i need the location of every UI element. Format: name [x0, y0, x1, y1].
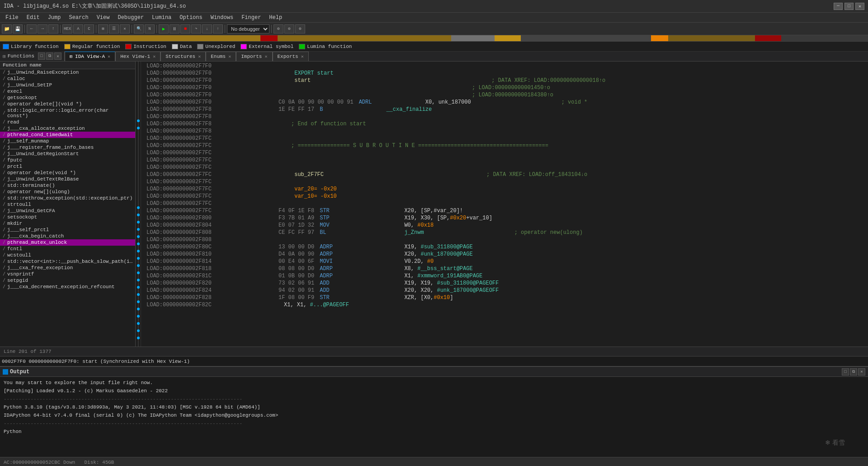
list-item[interactable]: / mkdir — [0, 220, 135, 227]
maximize-button[interactable]: □ — [844, 3, 854, 10]
ida-code-line: LOAD:00000000002F7FC F4 0F 1E F8 STR X20… — [145, 207, 864, 214]
tb-up[interactable]: ↑ — [48, 24, 58, 33]
list-item[interactable]: / prctl — [0, 163, 135, 170]
list-item[interactable]: / j___cxa_begin_catch — [0, 233, 135, 239]
ida-code-line: LOAD:00000000002F808 — [145, 236, 864, 243]
list-item[interactable]: / std::logic_error::logic_error(char con… — [0, 107, 135, 119]
tb-graph[interactable]: ⊞ — [98, 24, 108, 33]
tb-settings1[interactable]: ⚙ — [274, 24, 283, 33]
list-item[interactable]: / j___self_prctl — [0, 227, 135, 233]
list-item[interactable]: / operator delete[](void *) — [0, 101, 135, 107]
output-btn1[interactable]: □ — [842, 368, 849, 376]
list-item[interactable]: / j__Unwind_GetRegionStart — [0, 151, 135, 157]
list-item[interactable]: / operator new[](ulong) — [0, 189, 135, 195]
menu-edit[interactable]: Edit — [23, 14, 43, 22]
output-btn3[interactable]: ✕ — [858, 368, 865, 376]
menu-debugger[interactable]: Debugger — [114, 14, 147, 22]
tab-enums-close[interactable]: ✕ — [228, 54, 231, 59]
list-item[interactable]: / read — [0, 119, 135, 125]
debugger-select[interactable]: No debugger — [227, 24, 269, 33]
menu-view[interactable]: View — [93, 14, 113, 22]
list-item[interactable]: / j___cxa_decrement_exception_refcount — [0, 284, 135, 290]
tb-step-into[interactable]: ↓ — [202, 24, 212, 33]
navigation-bar[interactable] — [0, 35, 868, 42]
output-btn2[interactable]: ⧉ — [850, 368, 857, 376]
tab-enums[interactable]: Enums ✕ — [206, 52, 236, 61]
list-item[interactable]: / setpgid — [0, 277, 135, 284]
tab-ida-view-close[interactable]: ✕ — [108, 54, 110, 59]
legend-unexplored-label: Unexplored — [205, 44, 235, 49]
tab-imports-close[interactable]: ✕ — [264, 54, 267, 59]
spacer — [374, 258, 404, 265]
list-item[interactable]: / j___cxa_allocate_exception — [0, 125, 135, 132]
list-item[interactable]: / j__Unwind_RaiseException — [0, 69, 135, 76]
tb-step-over[interactable]: ↷ — [191, 24, 201, 33]
tab-exports-close[interactable]: ✕ — [301, 54, 304, 59]
list-item[interactable]: / j__self_munmap — [0, 138, 135, 144]
tb-forward[interactable]: → — [38, 24, 47, 33]
tb-list[interactable]: ☰ — [109, 24, 119, 33]
tb-back[interactable]: ← — [27, 24, 37, 33]
list-item[interactable]: / std::terminate() — [0, 182, 135, 189]
tab-structures[interactable]: Structures ✕ — [160, 52, 206, 61]
close-button[interactable]: ✕ — [855, 3, 864, 10]
minimize-button[interactable]: ─ — [834, 3, 843, 10]
list-item[interactable]: / pthread_cond_timedwait — [0, 132, 135, 138]
list-item[interactable]: / j___cxa_free_exception — [0, 265, 135, 271]
list-item[interactable]: / execl — [0, 88, 135, 95]
ida-code-line: LOAD:00000000002F7FC sub_2F7FC ; DATA XR… — [145, 171, 864, 178]
list-item[interactable]: / strtoull — [0, 201, 135, 208]
functions-close-btn[interactable]: ✕ — [54, 52, 61, 60]
functions-lock-btn[interactable]: □ — [38, 52, 45, 60]
functions-float-btn[interactable]: ⧉ — [46, 52, 53, 60]
list-item[interactable]: / getsockopt — [0, 95, 135, 101]
legend-data-label: Data — [180, 44, 192, 49]
tb-pause[interactable]: ⏸ — [170, 24, 179, 33]
menu-lumina[interactable]: Lumina — [148, 14, 175, 22]
tb-settings2[interactable]: ⚙ — [284, 24, 294, 33]
list-item[interactable]: / pthread_mutex_unlock — [0, 239, 135, 246]
output-content[interactable]: You may start to explore the input file … — [0, 377, 868, 457]
tab-hex-view[interactable]: Hex View-1 ✕ — [115, 52, 160, 61]
menu-search[interactable]: Search — [65, 14, 92, 22]
tb-code[interactable]: C — [84, 24, 94, 33]
list-item[interactable]: / j__Unwind_SetIP — [0, 82, 135, 88]
list-item[interactable]: / setsockopt — [0, 214, 135, 220]
tab-exports[interactable]: Exports ✕ — [273, 52, 309, 61]
list-item[interactable]: / std::rethrow_exception(std::exception_… — [0, 195, 135, 201]
menu-file[interactable]: File — [2, 14, 22, 22]
list-item[interactable]: / j___register_frame_info_bases — [0, 144, 135, 151]
menu-windows[interactable]: Windows — [207, 14, 237, 22]
list-item[interactable]: / wcstoull — [0, 252, 135, 258]
menu-options[interactable]: Options — [176, 14, 206, 22]
ida-view[interactable]: LOAD:00000000002F7F0 LOAD:00000000002F7F… — [136, 62, 868, 347]
tb-xref[interactable]: ✕ — [120, 24, 130, 33]
tab-imports[interactable]: Imports ✕ — [236, 52, 272, 61]
list-item[interactable]: / fputc — [0, 157, 135, 163]
list-item[interactable]: / j__Unwind_GetTextRelBase — [0, 176, 135, 182]
tb-asm[interactable]: A — [73, 24, 83, 33]
ida-code-area[interactable]: LOAD:00000000002F7F0 LOAD:00000000002F7F… — [141, 62, 868, 347]
list-item[interactable]: / fcntl — [0, 246, 135, 252]
list-item[interactable]: / calloc — [0, 76, 135, 82]
list-item[interactable]: / vsnprintf — [0, 271, 135, 277]
functions-list[interactable]: / j__Unwind_RaiseException / calloc / j_… — [0, 69, 135, 347]
tb-stop[interactable]: ■ — [180, 24, 190, 33]
tab-structures-close[interactable]: ✕ — [198, 54, 201, 59]
tb-step-out[interactable]: ↑ — [213, 24, 223, 33]
list-item[interactable]: / j__Unwind_GetCFA — [0, 208, 135, 214]
list-item[interactable]: / operator delete(void *) — [0, 170, 135, 176]
menu-help[interactable]: Help — [265, 14, 286, 22]
tb-run[interactable]: ▶ — [159, 24, 169, 33]
tab-ida-view[interactable]: ⊞ IDA View-A ✕ — [65, 52, 115, 61]
menu-jump[interactable]: Jump — [44, 14, 65, 22]
tb-settings3[interactable]: ⚙ — [295, 24, 305, 33]
tb-save[interactable]: 💾 — [13, 24, 23, 33]
tb-open[interactable]: 📁 — [2, 24, 12, 33]
list-item[interactable]: / std::vector<int>::__push_back_slow_pat… — [0, 258, 135, 265]
tb-names[interactable]: N — [145, 24, 155, 33]
tb-search-str[interactable]: 🔍 — [134, 24, 144, 33]
tab-hex-view-close[interactable]: ✕ — [153, 54, 156, 59]
menu-finger[interactable]: Finger — [238, 14, 264, 22]
tb-hex[interactable]: HEX — [62, 24, 72, 33]
